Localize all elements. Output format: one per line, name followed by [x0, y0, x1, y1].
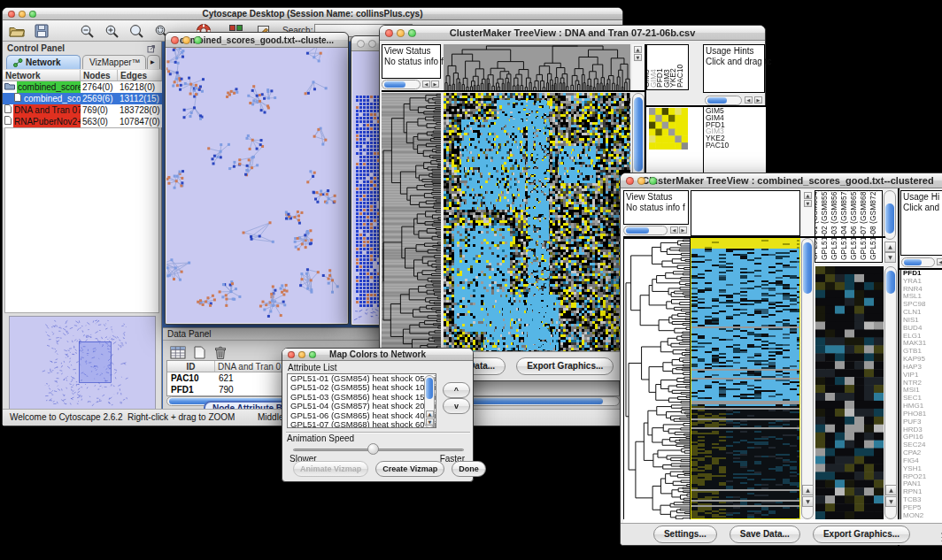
- scrollbar-thumb[interactable]: [885, 203, 894, 234]
- gene-list-item[interactable]: MAK31: [901, 340, 942, 348]
- gene-list-item[interactable]: SPC98: [901, 301, 942, 309]
- column-label[interactable]: GPL51-03 (GSM856): [830, 190, 838, 260]
- gene-list-item[interactable]: NTR2: [901, 380, 942, 387]
- gene-list-item[interactable]: PAN1: [901, 480, 942, 488]
- network-name-cell[interactable]: combined_sco: [3, 93, 81, 104]
- gene-list-item[interactable]: HRD3: [901, 426, 942, 434]
- export-graphics--button[interactable]: Export Graphics...: [516, 357, 614, 375]
- usage-hints-hscrollbar[interactable]: [901, 257, 935, 267]
- col-id[interactable]: ID: [167, 361, 215, 372]
- export-graphics--button[interactable]: Export Graphics...: [813, 525, 910, 543]
- scroll-left-icon[interactable]: [422, 81, 430, 88]
- column-dendrogram-area[interactable]: [691, 190, 800, 236]
- gene-list-item[interactable]: PEP5: [901, 504, 942, 512]
- speed-slider-thumb[interactable]: [367, 443, 379, 455]
- column-label[interactable]: GPL51-04 (GSM857): [839, 190, 848, 260]
- zoom-window-icon[interactable]: [408, 29, 416, 37]
- close-icon[interactable]: [357, 40, 365, 48]
- close-icon[interactable]: [288, 351, 295, 358]
- column-dendrogram-canvas[interactable]: [444, 44, 630, 90]
- gene-list-item[interactable]: RPN1: [901, 488, 942, 496]
- network-table-row[interactable]: DNA and Tran 07769(0)183728(0): [3, 104, 162, 116]
- zoom-vscrollbar[interactable]: [884, 266, 897, 519]
- row-label[interactable]: PAC10: [704, 142, 766, 150]
- zoom-fit-button[interactable]: [127, 22, 146, 40]
- minimize-icon[interactable]: [182, 36, 190, 44]
- close-icon[interactable]: [171, 36, 179, 44]
- save-data--button[interactable]: Save Data...: [730, 525, 800, 543]
- zoom-window-icon[interactable]: [194, 36, 202, 44]
- heatmap-vscrollbar[interactable]: [801, 238, 814, 519]
- column-labels-panel[interactable]: GIM5GIM4PFD1GIM3YKE2PAC10: [646, 44, 689, 90]
- view-status-hscrollbar[interactable]: [382, 80, 421, 89]
- scroll-left-icon[interactable]: [937, 258, 942, 265]
- column-label[interactable]: PAC10: [676, 65, 684, 88]
- gene-list-item[interactable]: MSI1: [901, 387, 942, 395]
- network-tree-empty-area[interactable]: [4, 127, 159, 313]
- scroll-left-icon[interactable]: [670, 226, 678, 234]
- gene-list-item[interactable]: PUF3: [901, 418, 942, 426]
- scroll-right-icon[interactable]: [679, 226, 687, 234]
- move-up-button[interactable]: ^: [443, 382, 470, 398]
- col-network[interactable]: Network: [3, 70, 81, 81]
- scroll-up-icon[interactable]: [634, 46, 642, 53]
- network-table-row[interactable]: combined_scores2764(0)16218(0): [3, 81, 162, 93]
- column-label[interactable]: GPL51-07 (GSM868): [859, 190, 868, 260]
- gene-list-item[interactable]: YSH1: [901, 465, 942, 473]
- scroll-up-icon[interactable]: [885, 485, 897, 495]
- scroll-down-icon[interactable]: [426, 418, 434, 426]
- scroll-left-icon[interactable]: [745, 96, 753, 104]
- gene-list-item[interactable]: GPI16: [901, 433, 942, 441]
- float-panel-icon[interactable]: [147, 44, 156, 53]
- treeview2-titlebar[interactable]: ClusterMaker TreeView : combined_scores_…: [621, 173, 942, 188]
- gene-list-item[interactable]: PHO81: [901, 410, 942, 418]
- zoom-window-icon[interactable]: [309, 351, 316, 358]
- gene-list-item[interactable]: TCB3: [901, 496, 942, 504]
- zoom-in-button[interactable]: [102, 22, 121, 40]
- heatmap-canvas[interactable]: [444, 93, 630, 353]
- gene-list-item[interactable]: MSL1: [901, 293, 942, 301]
- column-label[interactable]: GPL51-08 (GSM872): [869, 190, 877, 260]
- column-labels-panel[interactable]: GPL51-01 (GSM854)GPL51-02 (GSM855)GPL51-…: [815, 190, 883, 263]
- close-icon[interactable]: [8, 11, 15, 18]
- minimize-icon[interactable]: [19, 11, 26, 18]
- column-label[interactable]: GPL51-01 (GSM854): [815, 190, 819, 260]
- create-vizmap-button[interactable]: Create Vizmap: [375, 461, 444, 477]
- settings--button[interactable]: Settings...: [653, 525, 717, 543]
- delete-attribute-button[interactable]: [211, 343, 230, 361]
- gene-list-item[interactable]: BUD4: [901, 325, 942, 333]
- done-button[interactable]: Done: [452, 461, 486, 477]
- create-attribute-button[interactable]: [189, 343, 209, 361]
- gene-list-item[interactable]: VIP1: [901, 372, 942, 380]
- zoom-out-button[interactable]: [77, 22, 97, 40]
- close-icon[interactable]: [626, 177, 634, 185]
- labels-vscrollbar[interactable]: [884, 190, 896, 240]
- network-overview-canvas[interactable]: [9, 316, 156, 410]
- network-name-cell[interactable]: combined_scores: [3, 81, 81, 93]
- zoom-window-icon[interactable]: [649, 177, 657, 185]
- zoom-submatrix-canvas[interactable]: [815, 266, 884, 519]
- scrollbar-thumb[interactable]: [803, 242, 812, 294]
- col-nodes[interactable]: Nodes: [81, 70, 118, 81]
- main-titlebar[interactable]: Cytoscape Desktop (Session Name: collins…: [3, 8, 622, 20]
- scrollbar-thumb[interactable]: [886, 271, 895, 294]
- column-label[interactable]: GPL51-06 (GSM865): [849, 190, 858, 260]
- scrollbar-thumb[interactable]: [384, 81, 405, 88]
- gene-list-item[interactable]: RNR4: [901, 286, 942, 294]
- gene-list-item[interactable]: NIS1: [901, 317, 942, 325]
- gene-list-item[interactable]: KAP95: [901, 356, 942, 364]
- scrollbar-thumb[interactable]: [707, 97, 727, 104]
- row-dendrogram-canvas[interactable]: [623, 238, 691, 521]
- row-dendrogram-canvas[interactable]: [382, 93, 441, 353]
- dialog-titlebar[interactable]: Map Colors to Network: [282, 349, 473, 361]
- scroll-down-icon[interactable]: [884, 252, 896, 263]
- save-session-button[interactable]: [32, 22, 51, 40]
- view-status-hscrollbar[interactable]: [623, 226, 668, 235]
- network-graph-canvas[interactable]: [166, 48, 349, 324]
- gene-list-item[interactable]: CLN1: [901, 309, 942, 317]
- scrollbar-thumb[interactable]: [904, 259, 922, 265]
- minimize-icon[interactable]: [368, 40, 376, 48]
- minimize-icon[interactable]: [397, 29, 405, 37]
- gene-list-item[interactable]: PFD1: [901, 270, 942, 278]
- gene-list-panel[interactable]: PFD1YRA1RNR4MSL1SPC98CLN1NIS1BUD4ELG1MAK…: [900, 269, 942, 519]
